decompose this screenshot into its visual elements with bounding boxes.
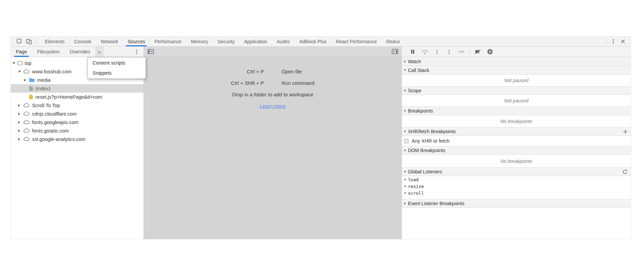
file-icon (29, 86, 33, 91)
any-xhr-label: Any XHR or fetch (412, 138, 449, 144)
tree-row-index-selected[interactable]: (index) (11, 84, 144, 93)
device-toolbar-icon[interactable] (24, 37, 34, 46)
expand-arrow-icon[interactable] (18, 104, 23, 107)
collapse-arrow-icon (402, 150, 408, 151)
tab-redux[interactable]: Redux (382, 37, 405, 46)
expand-arrow-icon[interactable] (18, 129, 23, 132)
collapse-arrow-icon (402, 69, 408, 71)
navigator-toolbar: Page Filesystem Overrides » (11, 47, 144, 57)
collapse-arrow-icon (402, 131, 408, 132)
section-scope[interactable]: Scope (402, 86, 631, 95)
inspect-element-icon[interactable] (15, 37, 24, 46)
debugger-sidebar: Watch Call Stack Not paused Scope Not pa… (402, 47, 631, 239)
tab-security[interactable]: Security (213, 37, 239, 46)
section-watch[interactable]: Watch (402, 57, 631, 66)
step-out-icon[interactable] (443, 47, 455, 56)
step-icon[interactable] (455, 47, 467, 56)
main-toolbar: Elements Console Network Sources Perform… (11, 37, 631, 47)
editor-tab-strip (144, 47, 402, 57)
tree-row-domain[interactable]: fonts.googleapis.com (11, 118, 144, 126)
add-xhr-breakpoint-icon[interactable] (623, 127, 627, 136)
navigator-tab-overrides[interactable]: Overrides (65, 47, 96, 57)
tree-row-domain[interactable]: fonts.gstatic.com (11, 126, 144, 135)
cloud-icon (23, 69, 30, 74)
shortcut-row: Ctrl + P Open file (144, 66, 402, 77)
file-tree: top www.fosshub.com media (11, 57, 144, 239)
expand-arrow-icon (405, 185, 406, 187)
main-tab-list: Elements Console Network Sources Perform… (40, 37, 405, 46)
expand-arrow-icon (405, 178, 406, 180)
debugger-toolbar (402, 47, 631, 57)
navigator-tab-filesystem[interactable]: Filesystem (32, 47, 65, 57)
kebab-menu-icon[interactable] (609, 37, 618, 46)
section-dom-breakpoints[interactable]: DOM Breakpoints (402, 146, 631, 155)
navigator-kebab-menu-icon[interactable] (132, 47, 141, 56)
devtools-window: Elements Console Network Sources Perform… (10, 36, 631, 239)
cloud-icon (23, 112, 30, 116)
listener-resize[interactable]: resize (402, 183, 631, 190)
shortcut-keys: Ctrl + P (144, 69, 273, 74)
pause-script-execution-icon[interactable] (407, 47, 419, 56)
section-event-listener-breakpoints[interactable]: Event Listener Breakpoints (402, 199, 631, 208)
editor-placeholder: Ctrl + P Open file Ctrl + Shift + P Run … (144, 57, 402, 239)
deactivate-breakpoints-icon[interactable] (472, 47, 484, 56)
expand-arrow-icon[interactable] (18, 71, 23, 73)
cloud-icon (23, 103, 30, 107)
frame-icon (18, 61, 22, 65)
collapse-arrow-icon (402, 202, 408, 204)
hide-navigator-icon[interactable] (146, 47, 155, 56)
call-stack-status: Not paused (402, 75, 631, 86)
tab-audits[interactable]: Audits (272, 37, 294, 46)
scope-status: Not paused (402, 95, 631, 106)
tab-elements[interactable]: Elements (40, 37, 69, 46)
any-xhr-checkbox[interactable] (404, 139, 409, 143)
cloud-icon (23, 120, 30, 124)
tab-performance[interactable]: Performance (150, 37, 186, 46)
tab-memory[interactable]: Memory (186, 37, 213, 46)
script-file-icon (29, 94, 33, 99)
tree-row-domain[interactable]: Scroll To Top (11, 101, 144, 110)
more-tabs-button[interactable]: » (95, 47, 103, 57)
step-into-icon[interactable] (431, 47, 443, 56)
collapse-arrow-icon (402, 61, 408, 63)
section-xhr-breakpoints[interactable]: XHR/fetch Breakpoints (402, 127, 631, 136)
learn-more-link[interactable]: Learn more (260, 103, 286, 109)
toolbar-divider (36, 39, 36, 45)
menu-item-content-scripts[interactable]: Content scripts (88, 58, 146, 68)
tab-network[interactable]: Network (96, 37, 123, 46)
tree-row-domain[interactable]: ssl.google-analytics.com (11, 135, 144, 143)
navigator-tab-page[interactable]: Page (11, 47, 32, 57)
section-call-stack[interactable]: Call Stack (402, 66, 631, 75)
toolbar-divider (606, 39, 607, 45)
refresh-global-listeners-icon[interactable] (622, 168, 627, 176)
tab-console[interactable]: Console (69, 37, 96, 46)
editor-pane: Ctrl + P Open file Ctrl + Shift + P Run … (144, 47, 402, 239)
step-over-icon[interactable] (419, 47, 431, 56)
tree-row-script[interactable]: reset.js?p=HomePage&d=com (11, 93, 144, 101)
section-global-listeners[interactable]: Global Listeners (402, 167, 631, 176)
tab-sources[interactable]: Sources (123, 37, 150, 46)
hide-debugger-sidebar-icon[interactable] (390, 47, 400, 56)
listener-load[interactable]: load (402, 176, 631, 183)
pause-on-exceptions-icon[interactable] (484, 47, 496, 56)
listener-scroll[interactable]: scroll (402, 190, 631, 196)
tree-row-domain[interactable]: cdnjs.cloudflare.com (11, 110, 144, 118)
tab-adblock-plus[interactable]: Adblock Plus (294, 37, 331, 46)
expand-arrow-icon (405, 192, 406, 194)
drop-hint-text: Drop in a folder to add to workspace (144, 89, 402, 100)
tab-application[interactable]: Application (239, 37, 272, 46)
navigator-more-menu: Content scripts Snippets (87, 57, 146, 79)
dom-breakpoints-status: No breakpoints (402, 155, 631, 167)
expand-arrow-icon[interactable] (18, 121, 23, 124)
shortcut-row: Ctrl + Shift + P Run command (144, 77, 402, 89)
expand-arrow-icon[interactable] (12, 62, 17, 64)
section-breakpoints[interactable]: Breakpoints (402, 106, 631, 115)
expand-arrow-icon[interactable] (18, 138, 23, 141)
expand-arrow-icon[interactable] (24, 79, 29, 81)
collapse-arrow-icon (402, 110, 408, 112)
expand-arrow-icon[interactable] (18, 113, 23, 115)
close-icon[interactable] (618, 37, 627, 46)
tab-react-performance[interactable]: React Performance (331, 37, 382, 46)
menu-item-snippets[interactable]: Snippets (88, 68, 146, 78)
breakpoints-status: No breakpoints (402, 115, 631, 127)
